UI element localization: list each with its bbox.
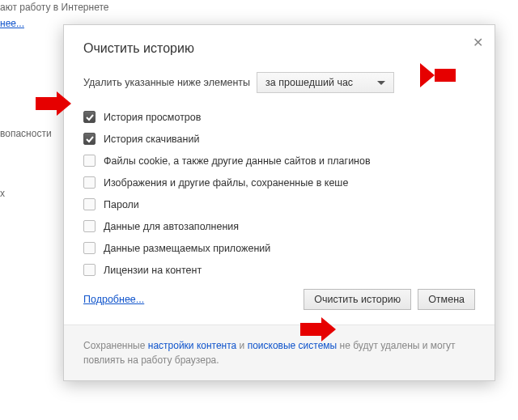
checkbox-row[interactable]: Файлы cookie, а также другие данные сайт… [83,155,475,167]
delete-label: Удалить указанные ниже элементы [83,77,250,88]
checkbox[interactable] [83,176,96,189]
footer-link-search-engines[interactable]: поисковые системы [248,340,338,351]
checkbox-list: История просмотровИстория скачиванийФайл… [83,111,475,276]
bg-link-more[interactable]: нее... [0,18,24,29]
close-icon[interactable]: ✕ [473,36,483,49]
checkbox-row[interactable]: Изображения и другие файлы, сохраненные … [83,176,475,189]
bg-text-3: х [0,188,5,199]
checkbox-row[interactable]: Данные для автозаполнения [83,220,475,232]
checkbox[interactable] [83,155,96,167]
annotation-arrow-clear-button [300,317,336,342]
checkbox-row[interactable]: История просмотров [83,111,475,123]
bg-text-1: ают работу в Интернете [0,2,108,13]
dialog-footer: Сохраненные настройки контента и поисков… [64,325,495,380]
annotation-arrow-checkboxes [36,91,71,116]
checkbox-label: Изображения и другие файлы, сохраненные … [104,177,348,189]
checkbox[interactable] [83,111,96,123]
checkbox-row[interactable]: Лицензии на контент [83,264,475,276]
bg-text-2: вопасности [0,128,52,139]
checkbox-label: История просмотров [104,112,201,123]
checkbox-label: История скачиваний [104,134,199,145]
checkbox-label: Файлы cookie, а также другие данные сайт… [104,155,371,167]
checkbox-label: Данные для автозаполнения [104,221,239,232]
footer-text-mid: и [236,340,247,351]
clear-history-button[interactable]: Очистить историю [304,289,411,310]
checkbox[interactable] [83,242,96,254]
checkbox[interactable] [83,133,96,145]
timerange-value: за прошедший час [265,77,353,88]
checkbox-row[interactable]: Пароли [83,198,475,210]
checkbox[interactable] [83,220,96,232]
more-link[interactable]: Подробнее... [83,294,144,305]
annotation-arrow-timerange [420,63,456,87]
checkbox-row[interactable]: История скачиваний [83,133,475,145]
checkbox-label: Данные размещаемых приложений [104,243,270,254]
checkbox[interactable] [83,264,96,276]
checkbox-label: Пароли [104,199,139,210]
timerange-select[interactable]: за прошедший час [257,72,394,93]
dialog-title: Очистить историю [83,41,475,56]
footer-text-pre: Сохраненные [83,340,148,351]
cancel-button[interactable]: Отмена [418,289,475,310]
checkbox[interactable] [83,198,96,210]
footer-link-content-settings[interactable]: настройки контента [148,340,237,351]
checkbox-row[interactable]: Данные размещаемых приложений [83,242,475,254]
checkbox-label: Лицензии на контент [104,265,202,276]
